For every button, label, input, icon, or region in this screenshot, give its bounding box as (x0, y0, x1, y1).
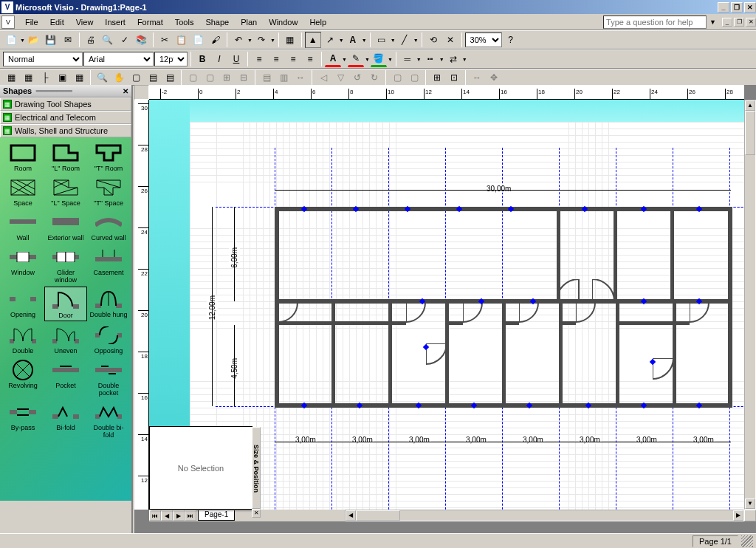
stencil-drawing-tools[interactable]: ▦Drawing Tool Shapes (0, 97, 131, 111)
shape-item-uneven[interactable]: Uneven (44, 323, 87, 356)
shape-item--t-space[interactable]: "T" Space (87, 175, 130, 208)
rotate-right-button[interactable]: ↻ (366, 69, 382, 86)
shape-item-window[interactable]: Window (1, 244, 44, 285)
scroll-right-button[interactable]: ▶ (733, 510, 743, 521)
bold-button[interactable]: B (194, 51, 210, 67)
shape-item-curved-wall[interactable]: Curved wall (87, 210, 130, 243)
menu-plan[interactable]: Plan (235, 16, 263, 28)
menu-window[interactable]: Window (263, 16, 303, 28)
shape-item-door[interactable]: Door (44, 287, 87, 321)
scroll-thumb-v[interactable] (745, 111, 755, 155)
spell-button[interactable]: ✓ (117, 32, 133, 48)
union-button[interactable]: ▢ (389, 69, 405, 86)
mdi-restore[interactable]: ❐ (734, 18, 744, 27)
shape-item-revolving[interactable]: Revolving (1, 357, 44, 398)
connector-tool[interactable]: ↗ (322, 32, 338, 48)
scroll-thumb-h[interactable] (356, 510, 400, 521)
pointer-tool[interactable]: ▲ (305, 32, 321, 48)
guides-button[interactable]: ▦ (20, 69, 36, 86)
print-button[interactable]: 🖨 (83, 32, 99, 48)
font-color-button[interactable]: A (325, 51, 341, 67)
new-button[interactable]: 📄 (3, 32, 19, 48)
align-button[interactable]: ▤ (258, 69, 275, 86)
shape-item-wall[interactable]: Wall (1, 210, 44, 243)
size-position-window[interactable]: Size & Position No Selection ✕ (149, 426, 252, 510)
first-page-button[interactable]: ⏮ (149, 510, 161, 521)
align-left-button[interactable]: ≡ (251, 51, 267, 67)
minimize-button[interactable]: _ (718, 2, 729, 13)
fill-color-button[interactable]: 🪣 (371, 51, 387, 67)
reroute-button[interactable]: ⊡ (446, 69, 462, 86)
document-icon[interactable]: V (1, 16, 15, 29)
align-right-button[interactable]: ≡ (285, 51, 301, 67)
layout-button[interactable]: ⊞ (429, 69, 445, 86)
mail-button[interactable]: ✉ (60, 32, 76, 48)
group-button[interactable]: ⊞ (219, 69, 235, 86)
bring-front-button[interactable]: ▢ (185, 69, 201, 86)
shape-item-double-pocket[interactable]: Double pocket (87, 357, 130, 398)
ungroup-button[interactable]: ⊟ (236, 69, 252, 86)
flip-h-button[interactable]: ◁ (315, 69, 331, 86)
menu-tools[interactable]: Tools (169, 16, 200, 28)
shape-item-casement[interactable]: Casement (87, 244, 130, 285)
line-tool[interactable]: ╱ (396, 32, 413, 48)
research-button[interactable]: 📚 (134, 32, 150, 48)
shapes-window-button[interactable]: ▦ (282, 32, 298, 48)
shape-item-double-bi-fold[interactable]: Double bi-fold (87, 400, 130, 440)
line-pattern-button[interactable]: ┅ (422, 51, 439, 67)
size-position-title[interactable]: Size & Position (252, 427, 261, 509)
fragment-button[interactable]: ▢ (406, 69, 422, 86)
italic-button[interactable]: I (211, 51, 227, 67)
restore-button[interactable]: ❐ (731, 2, 743, 13)
send-back-button[interactable]: ▢ (202, 69, 218, 86)
redo-button[interactable]: ↷ (253, 32, 269, 48)
rotate-button[interactable]: ⟲ (425, 32, 441, 48)
shape-item--t-room[interactable]: "T" Room (87, 140, 130, 174)
menu-format[interactable]: Format (131, 16, 169, 28)
explorer-button[interactable]: ▤ (162, 69, 178, 86)
font-dropdown[interactable]: Arial (83, 52, 154, 66)
undo-button[interactable]: ↶ (230, 32, 247, 48)
shape-item--l-room[interactable]: "L" Room (44, 140, 87, 174)
shape-item-pocket[interactable]: Pocket (44, 357, 87, 398)
menu-edit[interactable]: Edit (44, 16, 70, 28)
horizontal-scrollbar[interactable]: ◀ ▶ (345, 510, 744, 521)
style-dropdown[interactable]: Normal (3, 52, 83, 66)
ruler-corner[interactable] (134, 85, 149, 100)
glue-button[interactable]: ▦ (71, 69, 87, 86)
rotate-left-button[interactable]: ↺ (349, 69, 365, 86)
snap-button[interactable]: ▣ (54, 69, 70, 86)
shape-item-double[interactable]: Double (1, 323, 44, 356)
distribute-button[interactable]: ▥ (275, 69, 292, 86)
copy-button[interactable]: 📋 (173, 32, 190, 48)
shape-item--l-space[interactable]: "L" Space (44, 175, 87, 208)
scroll-up-button[interactable]: ▲ (745, 100, 755, 111)
connect-shapes-button[interactable]: ↔ (292, 69, 309, 86)
full-screen-button[interactable]: ▢ (128, 69, 144, 86)
scroll-down-button[interactable]: ▼ (745, 499, 755, 509)
shape-item-space[interactable]: Space (1, 175, 44, 208)
horizontal-ruler[interactable]: -20246810121416182022242628 (149, 85, 744, 100)
menu-help[interactable]: Help (303, 16, 332, 28)
zoom-in-button[interactable]: 🔍 (94, 69, 110, 86)
paste-button[interactable]: 📄 (190, 32, 207, 48)
canvas[interactable]: 30,00m 6,00m 12,00m 4,50m 3,00m 3,00m 3,… (190, 122, 744, 510)
shape-item-glider-window[interactable]: Glider window (44, 244, 87, 285)
line-color-button[interactable]: ✎ (348, 51, 364, 67)
shapes-close-button[interactable]: ✕ (123, 87, 128, 95)
align-center-button[interactable]: ≡ (268, 51, 284, 67)
line-weight-button[interactable]: ═ (399, 51, 416, 67)
shape-item-opposing[interactable]: Opposing (87, 323, 130, 356)
prev-page-button[interactable]: ◀ (161, 510, 173, 521)
last-page-button[interactable]: ⏭ (185, 510, 196, 521)
menu-insert[interactable]: Insert (99, 16, 131, 28)
pan-button[interactable]: ✋ (111, 69, 127, 86)
help-button[interactable]: ? (503, 32, 519, 48)
close-button[interactable]: ✕ (744, 2, 756, 13)
grid-button[interactable]: ▦ (3, 69, 19, 86)
scroll-left-button[interactable]: ◀ (346, 510, 356, 521)
format-painter-button[interactable]: 🖌 (207, 32, 224, 48)
flip-v-button[interactable]: ▽ (332, 69, 348, 86)
rectangle-tool[interactable]: ▭ (374, 32, 390, 48)
move-button[interactable]: ✥ (486, 69, 502, 86)
